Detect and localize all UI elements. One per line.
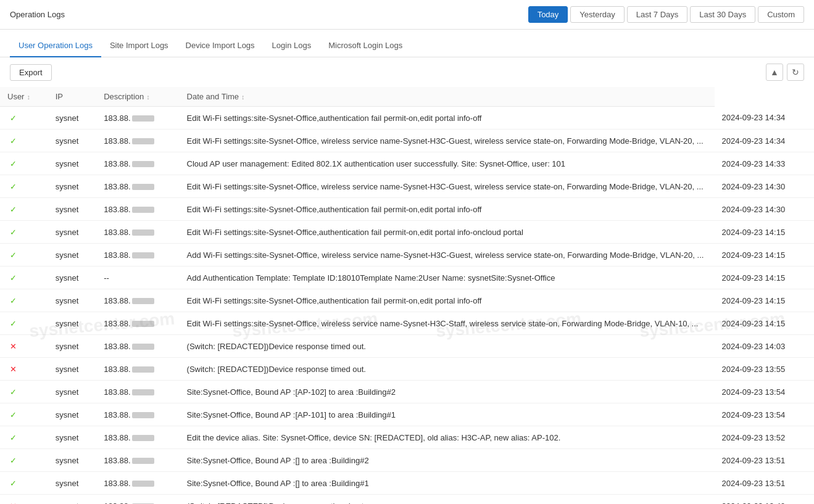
col-date-and-time[interactable]: Date and Time↕ — [180, 87, 715, 107]
time-cell: 2024-09-23 14:34 — [715, 107, 815, 130]
description-cell: Add Wi-Fi settings:site-Sysnet-Office, w… — [180, 244, 715, 266]
time-cell: 2024-09-23 14:15 — [715, 266, 815, 289]
time-cell: 2024-09-23 14:30 — [715, 198, 815, 221]
logs-table: User↕IPDescription↕Date and Time↕ ✓sysne… — [0, 87, 814, 504]
status-cell: ✓ — [0, 426, 48, 449]
table-row: ✕sysnet183.88.(Switch: [REDACTED])Device… — [0, 495, 814, 505]
date-btn-custom[interactable]: Custom — [758, 6, 804, 23]
tab-login-logs[interactable]: Login Logs — [264, 35, 320, 57]
status-cell: ✓ — [0, 152, 48, 175]
status-cell: ✓ — [0, 403, 48, 426]
time-cell: 2024-09-23 14:30 — [715, 175, 815, 198]
table-row: ✕sysnet183.88.(Switch: [REDACTED])Device… — [0, 335, 814, 358]
table-row: ✓sysnet183.88.Edit Wi-Fi settings:site-S… — [0, 198, 814, 221]
table-row: ✓sysnet183.88.Add Wi-Fi settings:site-Sy… — [0, 244, 814, 266]
collapse-button[interactable]: ▲ — [766, 64, 783, 81]
description-cell: Edit Wi-Fi settings:site-Sysnet-Office,a… — [180, 289, 715, 312]
description-cell: Site:Sysnet-Office, Bound AP :[AP-101] t… — [180, 403, 715, 426]
status-cell: ✓ — [0, 198, 48, 221]
status-cell: ✕ — [0, 495, 48, 505]
user-cell: sysnet — [48, 381, 97, 403]
description-cell: Edit Wi-Fi settings:site-Sysnet-Office, … — [180, 312, 715, 335]
table-row: ✓sysnet183.88.Edit Wi-Fi settings:site-S… — [0, 107, 814, 130]
description-cell: Edit Wi-Fi settings:site-Sysnet-Office, … — [180, 130, 715, 152]
time-cell: 2024-09-23 13:55 — [715, 358, 815, 381]
description-cell: Edit Wi-Fi settings:site-Sysnet-Office,a… — [180, 198, 715, 221]
ip-cell: 183.88. — [96, 381, 179, 403]
ip-cell: 183.88. — [96, 289, 179, 312]
ip-cell: 183.88. — [96, 495, 179, 505]
status-cell: ✕ — [0, 335, 48, 358]
status-cell: ✓ — [0, 221, 48, 244]
date-btn-last-7-days[interactable]: Last 7 Days — [627, 6, 688, 23]
success-icon: ✓ — [7, 295, 19, 306]
success-icon: ✓ — [7, 226, 19, 238]
table-row: ✓sysnet183.88.Cloud AP user management: … — [0, 152, 814, 175]
user-cell: sysnet — [48, 198, 97, 221]
date-btn-last-30-days[interactable]: Last 30 Days — [690, 6, 755, 23]
ip-cell: 183.88. — [96, 472, 179, 495]
user-cell: sysnet — [48, 403, 97, 426]
user-cell: sysnet — [48, 289, 97, 312]
description-cell: Cloud AP user management: Edited 802.1X … — [180, 152, 715, 175]
table-row: ✓sysnet183.88.Edit the device alias. Sit… — [0, 426, 814, 449]
tab-device-import-logs[interactable]: Device Import Logs — [177, 35, 264, 57]
export-button[interactable]: Export — [10, 64, 52, 81]
table-row: ✓sysnet183.88.Site:Sysnet-Office, Bound … — [0, 449, 814, 472]
time-cell: 2024-09-23 13:49 — [715, 495, 815, 505]
user-cell: sysnet — [48, 335, 97, 358]
ip-cell: 183.88. — [96, 130, 179, 152]
success-icon: ✓ — [7, 249, 19, 260]
success-icon: ✓ — [7, 204, 19, 215]
ip-cell: 183.88. — [96, 312, 179, 335]
user-cell: sysnet — [48, 107, 97, 130]
description-cell: Edit Wi-Fi settings:site-Sysnet-Office,a… — [180, 107, 715, 130]
success-icon: ✓ — [7, 272, 19, 283]
page-title: Operation Logs — [10, 10, 65, 19]
description-cell: Site:Sysnet-Office, Bound AP :[] to area… — [180, 472, 715, 495]
status-cell: ✓ — [0, 312, 48, 335]
success-icon: ✓ — [7, 135, 19, 146]
success-icon: ✓ — [7, 386, 19, 397]
table-body: ✓sysnet183.88.Edit Wi-Fi settings:site-S… — [0, 107, 814, 505]
time-cell: 2024-09-23 13:51 — [715, 472, 815, 495]
success-icon: ✓ — [7, 318, 19, 329]
time-cell: 2024-09-23 14:15 — [715, 221, 815, 244]
user-cell: sysnet — [48, 221, 97, 244]
refresh-button[interactable]: ↻ — [787, 64, 804, 81]
success-icon: ✓ — [7, 112, 19, 123]
success-icon: ✓ — [7, 432, 19, 443]
col-description[interactable]: Description↕ — [96, 87, 179, 107]
ip-cell: 183.88. — [96, 244, 179, 266]
ip-cell: 183.88. — [96, 449, 179, 472]
user-cell: sysnet — [48, 449, 97, 472]
success-icon: ✓ — [7, 181, 19, 192]
tab-microsoft-login-logs[interactable]: Microsoft Login Logs — [320, 35, 411, 57]
table-row: ✓sysnet--Add Authentication Template: Te… — [0, 266, 814, 289]
ip-cell: 183.88. — [96, 221, 179, 244]
user-cell: sysnet — [48, 266, 97, 289]
time-cell: 2024-09-23 14:15 — [715, 244, 815, 266]
status-cell: ✓ — [0, 449, 48, 472]
col-user[interactable]: User↕ — [0, 87, 48, 107]
date-btn-yesterday[interactable]: Yesterday — [570, 6, 624, 23]
table-row: ✓sysnet183.88.Edit Wi-Fi settings:site-S… — [0, 289, 814, 312]
description-cell: (Switch: [REDACTED])Device response time… — [180, 495, 715, 505]
table-row: ✓sysnet183.88.Site:Sysnet-Office, Bound … — [0, 472, 814, 495]
status-cell: ✓ — [0, 107, 48, 130]
description-cell: Edit Wi-Fi settings:site-Sysnet-Office,a… — [180, 221, 715, 244]
date-filter-group: TodayYesterdayLast 7 DaysLast 30 DaysCus… — [528, 6, 804, 23]
user-cell: sysnet — [48, 312, 97, 335]
status-cell: ✓ — [0, 289, 48, 312]
time-cell: 2024-09-23 13:54 — [715, 403, 815, 426]
user-cell: sysnet — [48, 472, 97, 495]
tab-user-operation-logs[interactable]: User Operation Logs — [10, 35, 101, 57]
time-cell: 2024-09-23 14:34 — [715, 130, 815, 152]
description-cell: Edit the device alias. Site: Sysnet-Offi… — [180, 426, 715, 449]
status-cell: ✓ — [0, 175, 48, 198]
date-btn-today[interactable]: Today — [528, 6, 568, 23]
description-cell: (Switch: [REDACTED])Device response time… — [180, 358, 715, 381]
time-cell: 2024-09-23 14:33 — [715, 152, 815, 175]
user-cell: sysnet — [48, 175, 97, 198]
tab-site-import-logs[interactable]: Site Import Logs — [101, 35, 177, 57]
